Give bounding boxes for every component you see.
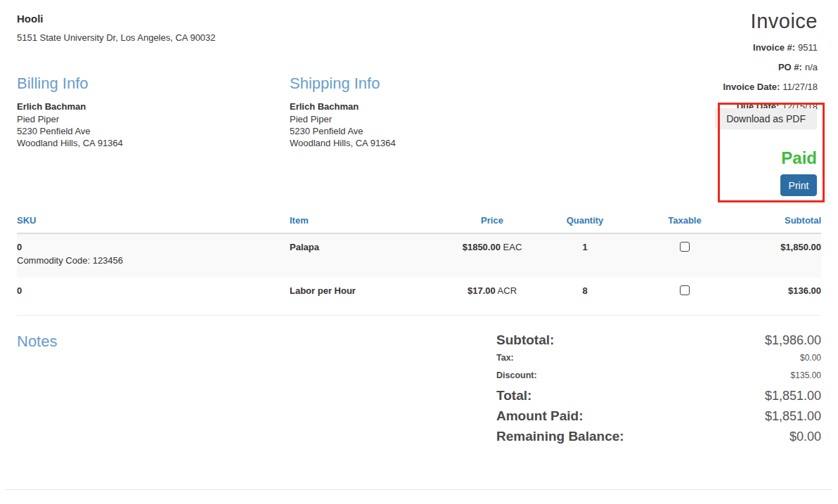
- col-header-price: Price: [436, 215, 548, 233]
- addresses-section: Billing Info Erlich Bachman Pied Piper 5…: [17, 75, 821, 148]
- taxable-checkbox[interactable]: [680, 242, 690, 252]
- col-header-taxable: Taxable: [621, 215, 748, 233]
- invoice-number-label: Invoice #:: [753, 42, 795, 53]
- table-bottom-divider: [17, 315, 821, 316]
- invoice-date-row: Invoice Date:11/27/18: [723, 82, 818, 92]
- table-header-row: SKU Item Price Quantity Taxable Subtotal: [17, 215, 821, 233]
- remaining-balance-label: Remaining Balance:: [496, 429, 624, 444]
- po-number-label: PO #:: [778, 62, 802, 72]
- billing-line: Woodland Hills, CA 91364: [17, 138, 290, 148]
- invoice-number-value: 9511: [798, 42, 818, 53]
- amount-paid-row: Amount Paid: $1,851.00: [496, 408, 821, 424]
- subtotal-cell: $1,850.00: [748, 233, 821, 278]
- sku-cell: 0 Commodity Code: 123456: [17, 233, 290, 278]
- amount-paid-value: $1,851.00: [765, 409, 821, 424]
- commodity-code: Commodity Code: 123456: [17, 255, 290, 266]
- discount-row: Discount: $135.00: [496, 370, 821, 380]
- shipping-line: Woodland Hills, CA 91364: [290, 138, 562, 148]
- quantity-cell: 8: [548, 278, 621, 306]
- po-number-row: PO #:n/a: [723, 62, 818, 72]
- subtotal-label: Subtotal:: [496, 332, 554, 348]
- sku-value: 0: [17, 242, 290, 252]
- price-unit: ACR: [498, 285, 517, 296]
- invoice-date-label: Invoice Date:: [723, 82, 780, 92]
- paid-status-badge: Paid: [781, 148, 817, 168]
- tax-row: Tax: $0.00: [496, 353, 821, 363]
- po-number-value: n/a: [805, 62, 818, 72]
- page-title: Invoice: [723, 10, 818, 33]
- table-row: 0 Labor per Hour $17.00 ACR 8 $136.00: [17, 278, 821, 306]
- download-as-pdf-button[interactable]: Download as PDF: [715, 108, 817, 129]
- shipping-line: Pied Piper: [290, 115, 562, 124]
- shipping-info-heading: Shipping Info: [290, 75, 562, 93]
- price-value: $1850.00: [463, 242, 501, 252]
- item-cell: Labor per Hour: [290, 278, 436, 306]
- invoice-meta: Invoice Invoice #:9511 PO #:n/a Invoice …: [723, 10, 818, 112]
- remaining-balance-value: $0.00: [789, 429, 821, 444]
- tax-label: Tax:: [496, 353, 514, 363]
- company-name: Hooli: [17, 13, 821, 25]
- invoice-date-value: 11/27/18: [782, 82, 818, 92]
- taxable-checkbox[interactable]: [680, 285, 690, 295]
- item-cell: Palapa: [290, 233, 436, 278]
- subtotal-value: $1,986.00: [765, 333, 821, 348]
- company-address: 5151 State University Dr, Los Angeles, C…: [17, 32, 821, 43]
- summary-section: Notes Subtotal: $1,986.00 Tax: $0.00 Dis…: [17, 332, 821, 449]
- taxable-cell: [621, 278, 748, 306]
- col-header-quantity: Quantity: [548, 215, 621, 233]
- footer-divider: [6, 489, 832, 490]
- taxable-cell: [621, 233, 748, 278]
- total-row: Total: $1,851.00: [496, 388, 821, 403]
- subtotal-row: Subtotal: $1,986.00: [496, 332, 821, 348]
- total-value: $1,851.00: [765, 389, 821, 403]
- totals-block: Subtotal: $1,986.00 Tax: $0.00 Discount:…: [496, 332, 821, 449]
- invoice-page: Hooli 5151 State University Dr, Los Ange…: [0, 0, 838, 504]
- discount-label: Discount:: [496, 370, 537, 380]
- col-header-sku: SKU: [17, 215, 290, 233]
- line-items-table: SKU Item Price Quantity Taxable Subtotal…: [17, 215, 821, 306]
- company-block: Hooli 5151 State University Dr, Los Ange…: [17, 13, 821, 43]
- notes-block: Notes: [17, 332, 57, 449]
- notes-heading: Notes: [17, 332, 57, 351]
- price-cell: $1850.00 EAC: [436, 233, 548, 278]
- invoice-number-row: Invoice #:9511: [723, 42, 818, 53]
- billing-info-heading: Billing Info: [17, 75, 290, 93]
- tax-value: $0.00: [800, 353, 821, 363]
- billing-name: Erlich Bachman: [17, 101, 290, 112]
- print-button[interactable]: Print: [780, 174, 817, 196]
- total-label: Total:: [496, 388, 531, 403]
- discount-value: $135.00: [791, 370, 821, 380]
- price-cell: $17.00 ACR: [436, 278, 548, 306]
- sku-cell: 0: [17, 278, 290, 306]
- shipping-name: Erlich Bachman: [290, 101, 562, 112]
- col-header-subtotal: Subtotal: [748, 215, 821, 233]
- billing-info-block: Billing Info Erlich Bachman Pied Piper 5…: [17, 75, 290, 148]
- billing-line: Pied Piper: [17, 115, 290, 124]
- shipping-line: 5230 Penfield Ave: [290, 127, 562, 136]
- shipping-info-block: Shipping Info Erlich Bachman Pied Piper …: [290, 75, 562, 148]
- price-value: $17.00: [468, 285, 496, 296]
- col-header-item: Item: [290, 215, 436, 233]
- amount-paid-label: Amount Paid:: [496, 408, 584, 424]
- price-unit: EAC: [503, 242, 522, 252]
- billing-line: 5230 Penfield Ave: [17, 127, 290, 136]
- remaining-balance-row: Remaining Balance: $0.00: [496, 429, 821, 444]
- sku-value: 0: [17, 285, 290, 296]
- subtotal-cell: $136.00: [748, 278, 821, 306]
- table-row: 0 Commodity Code: 123456 Palapa $1850.00…: [17, 233, 821, 278]
- quantity-cell: 1: [548, 233, 621, 278]
